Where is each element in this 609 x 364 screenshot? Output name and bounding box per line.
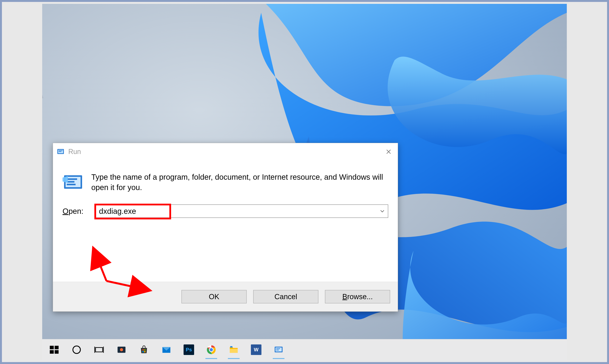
search-button[interactable] xyxy=(68,342,85,358)
photoshop-icon: Ps xyxy=(183,344,194,355)
screenrec-icon xyxy=(116,344,127,355)
taskview-button[interactable] xyxy=(91,342,107,358)
open-label: Open: xyxy=(63,207,88,216)
dialog-description: Type the name of a program, folder, docu… xyxy=(91,172,388,193)
chrome-button[interactable] xyxy=(203,342,220,358)
outer-frame: om in k Run xyxy=(0,0,609,364)
circle-icon xyxy=(71,344,82,355)
svg-rect-25 xyxy=(144,351,146,352)
chevron-down-icon xyxy=(380,209,385,214)
mail-icon xyxy=(161,344,172,355)
dropdown-button[interactable] xyxy=(377,205,388,218)
open-input[interactable] xyxy=(95,205,377,218)
cancel-button[interactable]: Cancel xyxy=(253,290,318,303)
svg-rect-3 xyxy=(59,150,63,151)
svg-rect-24 xyxy=(142,351,144,352)
desktop: om in k Run xyxy=(42,4,567,360)
store-button[interactable] xyxy=(136,342,152,358)
svg-rect-34 xyxy=(276,349,280,349)
run-dialog: Run xyxy=(53,143,398,312)
button-bar: OK Cancel Browse... xyxy=(53,282,398,312)
run-title-icon xyxy=(57,148,65,156)
svg-rect-35 xyxy=(276,350,279,350)
svg-rect-9 xyxy=(67,184,76,185)
svg-rect-33 xyxy=(275,348,282,351)
start-button[interactable] xyxy=(46,342,62,358)
browse-button[interactable]: Browse... xyxy=(325,290,390,303)
word-icon: W xyxy=(251,344,261,355)
mail-button[interactable] xyxy=(158,342,175,358)
close-button[interactable] xyxy=(383,146,394,157)
svg-rect-13 xyxy=(55,346,59,349)
svg-rect-7 xyxy=(67,178,77,180)
dialog-title: Run xyxy=(68,148,383,156)
svg-rect-30 xyxy=(230,349,238,353)
svg-point-21 xyxy=(120,348,123,351)
explorer-button[interactable] xyxy=(226,342,242,358)
word-button[interactable]: W xyxy=(248,342,264,358)
run-taskbar-button[interactable] xyxy=(271,342,287,358)
folder-icon xyxy=(228,344,239,355)
svg-point-16 xyxy=(73,346,80,353)
svg-rect-14 xyxy=(50,350,54,354)
taskview-icon xyxy=(94,344,104,355)
svg-rect-17 xyxy=(95,348,103,352)
svg-rect-4 xyxy=(59,151,61,152)
svg-rect-22 xyxy=(142,349,144,351)
store-icon xyxy=(139,344,149,355)
svg-rect-12 xyxy=(50,346,54,349)
run-icon xyxy=(63,172,84,193)
photoshop-button[interactable]: Ps xyxy=(181,342,197,358)
ok-button[interactable]: OK xyxy=(181,290,247,303)
run-icon xyxy=(273,344,284,355)
screenrec-button[interactable] xyxy=(113,342,130,358)
open-combobox[interactable] xyxy=(95,204,388,218)
titlebar[interactable]: Run xyxy=(53,143,398,160)
close-icon xyxy=(386,149,391,155)
svg-rect-23 xyxy=(144,349,146,351)
dialog-body: Type the name of a program, folder, docu… xyxy=(53,160,398,282)
chrome-icon xyxy=(206,344,217,355)
taskbar: Ps W xyxy=(42,339,567,360)
svg-rect-31 xyxy=(230,346,232,348)
svg-rect-15 xyxy=(55,350,59,354)
windows-logo-icon xyxy=(49,344,59,355)
